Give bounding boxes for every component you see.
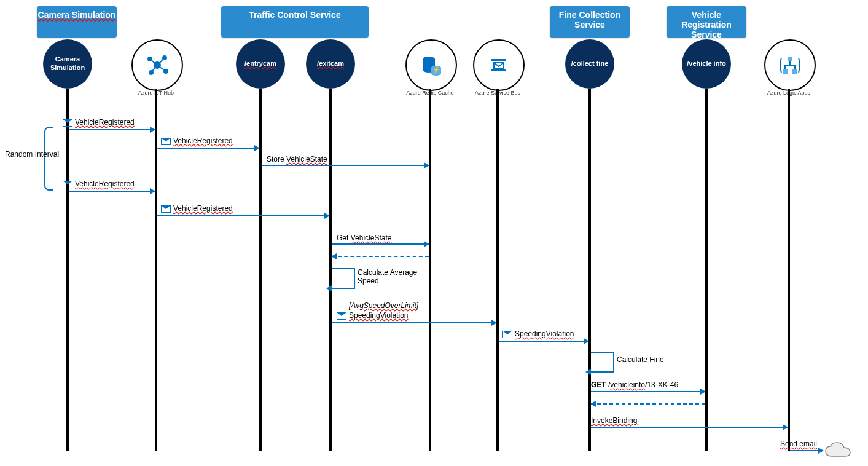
- node-iothub: [131, 39, 183, 91]
- svg-text:⚡: ⚡: [432, 66, 440, 74]
- interval-text: Random Interval: [5, 150, 59, 159]
- node-redis: ⚡: [405, 39, 457, 91]
- lbl-get-vehicle: GET /vehicleinfo/13-XK-46GET /vehicleinf…: [591, 381, 678, 389]
- node-servicebus: [473, 39, 525, 91]
- cloud-icon: [823, 440, 854, 463]
- msg-vehreg-3: [69, 191, 155, 192]
- svg-rect-21: [792, 69, 797, 74]
- lifeline-collectfine: [588, 89, 591, 451]
- msg-get-vehicle-return: [591, 403, 705, 405]
- lbl-vehreg-3: VehicleRegistered: [63, 180, 135, 188]
- lbl-guard: [AvgSpeedOverLimit][AvgSpeedOverLimit]: [349, 301, 418, 310]
- svg-rect-20: [783, 69, 788, 74]
- service-fine-title: Fine Collection Service: [559, 10, 620, 30]
- node-exitcam-label: /exitcam: [317, 60, 344, 68]
- service-fine: Fine Collection Service: [550, 6, 630, 38]
- lbl-get-state: Get VehicleStateGet VehicleState: [337, 234, 391, 242]
- service-camera-title: Camera Simulation: [38, 10, 116, 20]
- lbl-vehreg-1: VehicleRegistered: [63, 118, 135, 127]
- msg-sendemail: [790, 450, 823, 451]
- msg-speeding-2: [499, 341, 588, 342]
- node-exitcam: /exitcam: [306, 39, 355, 89]
- msg-speeding-1: [332, 322, 496, 323]
- node-entrycam: /entrycam: [236, 39, 285, 89]
- node-collectfine-label: /collect fine: [571, 60, 609, 68]
- msg-get-state: [332, 243, 429, 245]
- selfloop-avgspeed: [332, 268, 355, 289]
- lifeline-servicebus: [496, 89, 499, 451]
- service-traffic-title: Traffic Control Service: [249, 10, 340, 20]
- interval-brace: [44, 127, 53, 191]
- svg-line-6: [157, 58, 165, 65]
- node-camera-sim: Camera Simulation: [43, 39, 92, 89]
- service-camera: Camera Simulation: [37, 6, 117, 38]
- lbl-speeding-1: SpeedingViolation: [337, 311, 409, 320]
- node-logicapps: [764, 39, 816, 91]
- msg-invokebinding: [591, 427, 788, 428]
- service-vehicle: Vehicle Registration Service: [667, 6, 746, 38]
- lbl-store-state: Store Store VehicleStateVehicleState: [267, 155, 327, 164]
- msg-get-state-return: [332, 256, 429, 257]
- node-camera-label: Camera Simulation: [43, 55, 92, 73]
- lbl-vehreg-2: VehicleRegistered: [161, 136, 233, 145]
- lifeline-entrycam: [259, 89, 262, 451]
- lbl-speeding-2: SpeedingViolation: [502, 330, 574, 338]
- node-collectfine: /collect fine: [565, 39, 614, 89]
- lbl-avgspeed: Calculate Average Speed: [358, 268, 425, 285]
- lbl-vehreg-4: VehicleRegistered: [161, 204, 233, 213]
- svg-rect-16: [491, 59, 506, 61]
- node-vehicleinfo: /vehicle info: [682, 39, 731, 89]
- lifeline-iothub: [155, 89, 157, 451]
- node-entrycam-label: /entrycam: [244, 60, 276, 68]
- lifeline-redis: [429, 89, 431, 451]
- selfloop-calcfine: [591, 352, 614, 373]
- msg-vehreg-2: [157, 148, 259, 149]
- msg-vehreg-1: [69, 129, 155, 130]
- service-traffic: Traffic Control Service: [221, 6, 369, 38]
- service-vehicle-title: Vehicle Registration Service: [681, 10, 732, 39]
- svg-rect-19: [788, 57, 792, 61]
- lifeline-camera: [66, 89, 69, 451]
- lifeline-logicapps: [788, 89, 790, 451]
- node-vehicleinfo-label: /vehicle info: [687, 60, 726, 68]
- msg-store-state: [262, 165, 429, 166]
- msg-vehreg-4: [157, 215, 329, 216]
- lbl-calcfine: Calculate Fine: [617, 355, 664, 364]
- lbl-invokebinding: InvokeBinding: [591, 416, 637, 425]
- lbl-sendemail: Send email: [780, 440, 817, 448]
- msg-get-vehicle: [591, 391, 705, 392]
- lifeline-vehicleinfo: [705, 89, 708, 451]
